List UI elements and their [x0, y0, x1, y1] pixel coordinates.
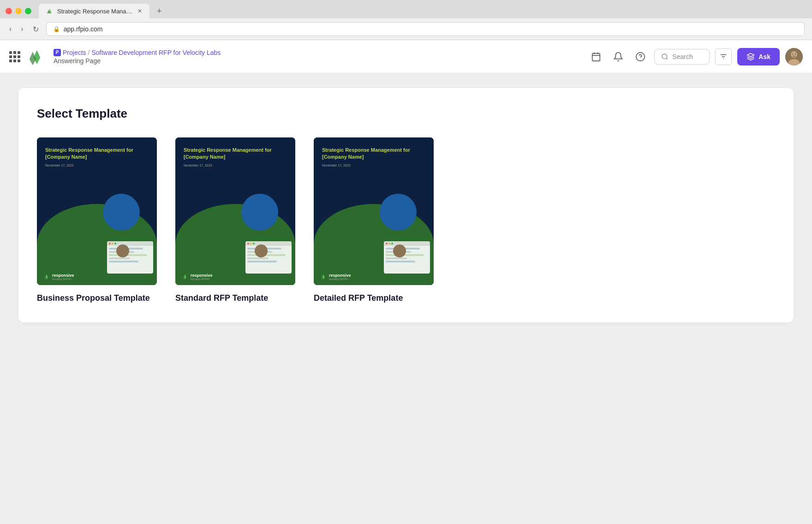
- template-thumbnail-3: Strategic Response Management for [Compa…: [314, 137, 434, 285]
- header-actions: Search Ask: [588, 48, 803, 66]
- cover-logo-text-2: responsive: [191, 273, 213, 278]
- cover-logo-sub-3: formerly RFPIO: [329, 278, 351, 280]
- cover-logo-1: responsive formerly RFPIO: [43, 273, 74, 280]
- help-button[interactable]: [632, 48, 649, 65]
- breadcrumb-projects-icon: P: [54, 49, 61, 56]
- help-icon: [635, 52, 645, 62]
- tab-favicon: [46, 7, 54, 15]
- cover-logo-icon-3: [320, 274, 327, 280]
- svg-line-11: [666, 58, 668, 60]
- address-bar[interactable]: 🔒 app.rfpio.com: [46, 22, 805, 36]
- svg-marker-3: [30, 52, 36, 65]
- tab-bar: Strategic Response Managem... ✕ +: [0, 0, 812, 18]
- breadcrumb-current-project[interactable]: Software Development RFP for Velocity La…: [91, 49, 221, 56]
- ask-icon: [746, 53, 755, 61]
- cover-logo-sub-2: formerly RFPIO: [191, 278, 213, 280]
- breadcrumb-separator: /: [88, 49, 90, 56]
- cover-logo-text-1: responsive: [52, 273, 74, 278]
- template-card-detailed-rfp[interactable]: Strategic Response Management for [Compa…: [314, 137, 434, 304]
- filter-button[interactable]: [715, 48, 732, 65]
- cover-date-2: November 17, 2023: [184, 164, 287, 167]
- breadcrumb-projects-link[interactable]: Projects: [63, 49, 86, 56]
- svg-point-8: [636, 52, 645, 60]
- minimize-window-button[interactable]: [15, 8, 22, 14]
- cover-title-block-2: Strategic Response Management for [Compa…: [184, 147, 287, 167]
- panel-title: Select Template: [37, 107, 775, 121]
- cover-title-2: Strategic Response Management for [Compa…: [184, 147, 287, 161]
- svg-point-10: [662, 54, 667, 59]
- cover-3: Strategic Response Management for [Compa…: [314, 137, 434, 285]
- cover-mockup-3: [384, 241, 430, 274]
- browser-chrome: Strategic Response Managem... ✕ + ‹ › ↻ …: [0, 0, 812, 40]
- template-label-3: Detailed RFP Template: [314, 292, 434, 304]
- cover-title-block-3: Strategic Response Management for [Compa…: [322, 147, 425, 167]
- blue-circle-2: [241, 194, 278, 231]
- cover-logo-text-3: responsive: [329, 273, 351, 278]
- blue-circle-1: [103, 194, 140, 231]
- breadcrumb: P Projects / Software Development RFP fo…: [54, 49, 580, 56]
- ask-label: Ask: [758, 53, 770, 60]
- blue-circle-3: [380, 194, 417, 231]
- svg-marker-25: [321, 275, 323, 280]
- filter-icon: [719, 53, 728, 61]
- cover-logo-icon-2: [182, 274, 188, 280]
- cover-logo-sub-1: formerly RFPIO: [52, 278, 74, 280]
- lock-icon: 🔒: [53, 26, 60, 32]
- svg-point-18: [792, 54, 793, 54]
- breadcrumb-section: P Projects / Software Development RFP fo…: [54, 49, 580, 65]
- cover-date-1: November 17, 2023: [45, 164, 149, 167]
- search-text: Search: [672, 53, 693, 60]
- template-label-1: Business Proposal Template: [37, 292, 157, 304]
- cover-logo-2: responsive formerly RFPIO: [182, 273, 213, 280]
- reload-button[interactable]: ↻: [31, 23, 41, 36]
- cover-avatar-3: [393, 244, 406, 257]
- new-tab-button[interactable]: +: [153, 5, 166, 18]
- template-card-business-proposal[interactable]: Strategic Response Management for [Compa…: [37, 137, 157, 304]
- template-panel: Select Template Strategic Response Manag…: [18, 88, 794, 322]
- close-tab-button[interactable]: ✕: [137, 8, 142, 14]
- app-header: P Projects / Software Development RFP fo…: [0, 40, 812, 73]
- cover-avatar-2: [255, 244, 268, 257]
- page-title: Answering Page: [54, 57, 580, 65]
- svg-marker-23: [182, 275, 185, 280]
- avatar[interactable]: [785, 48, 803, 66]
- templates-grid: Strategic Response Management for [Compa…: [37, 137, 775, 304]
- cover-1: Strategic Response Management for [Compa…: [37, 137, 157, 285]
- active-tab[interactable]: Strategic Response Managem... ✕: [39, 4, 149, 18]
- svg-rect-4: [592, 53, 600, 61]
- bell-icon: [613, 52, 623, 62]
- back-button[interactable]: ‹: [7, 23, 13, 35]
- svg-point-19: [795, 54, 796, 54]
- cover-mockup-1: [107, 241, 153, 274]
- cover-mockup-2: [245, 241, 292, 274]
- notifications-button[interactable]: [610, 48, 627, 65]
- calendar-icon: [591, 52, 601, 62]
- main-content: Select Template Strategic Response Manag…: [0, 73, 812, 524]
- logo-icon: [28, 48, 46, 66]
- cover-2: Strategic Response Management for [Compa…: [175, 137, 295, 285]
- grid-menu-button[interactable]: [9, 51, 20, 62]
- search-icon: [661, 53, 669, 60]
- address-bar-row: ‹ › ↻ 🔒 app.rfpio.com: [0, 18, 812, 40]
- cover-title-3: Strategic Response Management for [Compa…: [322, 147, 425, 161]
- svg-marker-21: [44, 275, 47, 280]
- cover-logo-icon-1: [43, 274, 50, 280]
- search-bar[interactable]: Search: [654, 49, 710, 65]
- traffic-lights: [6, 8, 31, 14]
- template-thumbnail-1: Strategic Response Management for [Compa…: [37, 137, 157, 285]
- cover-avatar-1: [116, 244, 129, 257]
- cover-title-1: Strategic Response Management for [Compa…: [45, 147, 149, 161]
- logo[interactable]: [28, 48, 46, 66]
- tab-title: Strategic Response Managem...: [57, 8, 134, 15]
- ask-button[interactable]: Ask: [737, 48, 780, 66]
- template-label-2: Standard RFP Template: [175, 292, 295, 304]
- close-window-button[interactable]: [6, 8, 12, 14]
- fullscreen-window-button[interactable]: [25, 8, 31, 14]
- template-card-standard-rfp[interactable]: Strategic Response Management for [Compa…: [175, 137, 295, 304]
- cover-date-3: November 17, 2023: [322, 164, 425, 167]
- forward-button[interactable]: ›: [19, 23, 25, 35]
- avatar-image: [785, 48, 803, 66]
- calendar-button[interactable]: [588, 48, 604, 65]
- cover-title-block-1: Strategic Response Management for [Compa…: [45, 147, 149, 167]
- template-thumbnail-2: Strategic Response Management for [Compa…: [175, 137, 295, 285]
